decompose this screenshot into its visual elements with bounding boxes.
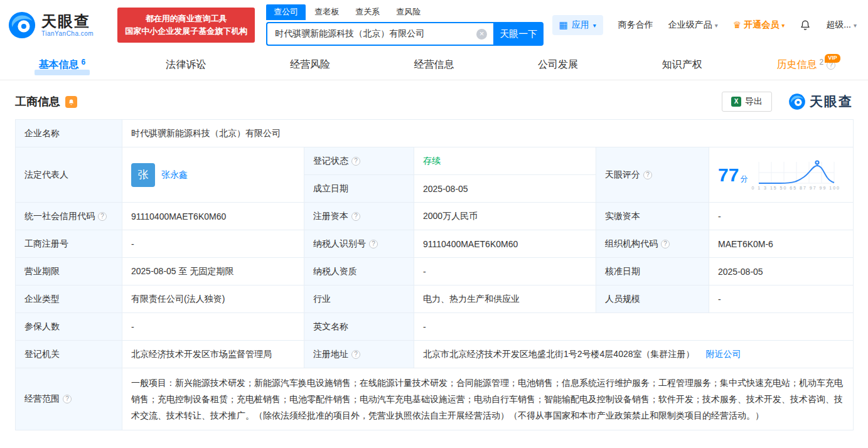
help-icon[interactable]: ? [351, 157, 360, 166]
logo-text-cn: 天眼查 [41, 13, 94, 29]
brand-name: 天眼查 [810, 93, 853, 110]
field-value-industry: 电力、热力生产和供应业 [414, 285, 596, 313]
field-label: 工商注册号 [16, 230, 122, 258]
help-icon[interactable]: ? [661, 240, 670, 248]
menu-open-vip[interactable]: ♛ 开通会员 ▾ [733, 19, 785, 31]
app-logo[interactable]: 天眼查 TianYanCha.com [8, 11, 94, 40]
field-value-taxpayer-id: 91110400MAET6K0M60 [414, 230, 596, 258]
help-icon[interactable]: ? [369, 240, 378, 248]
field-value-business-term: 2025-08-05 至 无固定期限 [122, 258, 304, 285]
field-label-text: 注册地址 [313, 349, 348, 359]
brand-watermark: 天眼查 [788, 93, 853, 110]
business-info-table: 企业名称 时代骐骥新能源科技（北京）有限公司 法定代表人 张 张永鑫 登记状态?… [15, 119, 854, 430]
field-label: 注册地址? [304, 341, 414, 368]
field-label: 纳税人识别号? [304, 230, 414, 258]
field-label: 天眼评分? [596, 147, 709, 203]
export-label: 导出 [745, 96, 763, 107]
export-button[interactable]: X 导出 [722, 92, 772, 112]
header: 天眼查 TianYanCha.com 都在用的商业查询工具 国家中小企业发展子基… [0, 0, 868, 50]
tab-intellectual-property[interactable]: 知识产权 [620, 50, 744, 80]
field-value-paid-in-capital: - [709, 203, 854, 230]
menu-business-cooperation[interactable]: 商务合作 [618, 19, 653, 31]
tab-label: 经营风险 [290, 58, 330, 72]
field-label: 英文名称 [304, 313, 414, 341]
field-label: 组织机构代码? [596, 230, 709, 258]
field-label: 核准日期 [596, 258, 709, 285]
field-label-text: 经营范围 [24, 393, 60, 403]
help-icon[interactable]: ? [351, 212, 360, 221]
apps-menu-label: 应用 [572, 19, 589, 31]
address-text: 北京市北京经济技术开发区地盛北街1号2号楼4层4028室（集群注册） [423, 349, 695, 359]
table-row: 工商注册号 - 纳税人识别号? 91110400MAET6K0M60 组织机构代… [16, 230, 854, 258]
notification-bell-icon[interactable] [800, 19, 811, 31]
help-icon[interactable]: ? [643, 171, 652, 179]
search-tab-relation[interactable]: 查关系 [348, 4, 387, 20]
field-label: 注册资本? [304, 203, 414, 230]
tab-label: 法律诉讼 [166, 58, 206, 72]
tianyancha-logo-icon [8, 11, 36, 40]
tab-label: 公司发展 [538, 58, 578, 72]
tab-history-info[interactable]: VIP 历史信息 2 ? [744, 50, 868, 80]
field-value-insured-count: - [122, 313, 304, 341]
tab-company-development[interactable]: 公司发展 [496, 50, 620, 80]
tab-legal-proceedings[interactable]: 法律诉讼 [124, 50, 249, 80]
search-input[interactable] [267, 29, 476, 39]
table-row: 参保人数 - 英文名称 - [16, 313, 854, 341]
search-button[interactable]: 天眼一下 [493, 22, 544, 46]
field-label: 经营范围? [16, 368, 122, 430]
logo-text-en: TianYanCha.com [41, 30, 94, 37]
help-icon[interactable]: ? [63, 395, 72, 403]
menu-enterprise-product[interactable]: 企业级产品 ▾ [668, 19, 718, 31]
super-vip-label: 超级... [826, 19, 851, 31]
field-label: 营业期限 [16, 258, 122, 285]
field-value-registration-authority: 北京经济技术开发区市场监督管理局 [122, 341, 304, 368]
field-label: 统一社会信用代码? [16, 203, 122, 230]
table-row: 统一社会信用代码? 91110400MAET6K0M60 注册资本? 2000万… [16, 203, 854, 230]
help-icon[interactable]: ? [351, 350, 360, 359]
search-tab-boss[interactable]: 查老板 [307, 4, 346, 20]
search-area: 查公司 查老板 查关系 查风险 × 天眼一下 [266, 4, 544, 46]
menu-super-vip[interactable]: 超级... ▾ [826, 19, 857, 31]
score-value: 77分 [718, 166, 747, 184]
help-icon[interactable]: ? [98, 212, 107, 221]
table-row: 经营范围? 一般项目：新兴能源技术研发；新能源汽车换电设施销售；在线能源计量技术… [16, 368, 854, 430]
table-row: 登记机关 北京经济技术开发区市场监督管理局 注册地址? 北京市北京经济技术开发区… [16, 341, 854, 368]
nearby-company-link[interactable]: 附近公司 [705, 349, 741, 359]
tab-operation-info[interactable]: 经营信息 [372, 50, 496, 80]
legal-rep-avatar[interactable]: 张 [131, 163, 155, 187]
monitor-bell-icon[interactable] [65, 96, 77, 108]
score-chart: 0 1 3 15 50 65 87 97 99 100 [751, 159, 840, 190]
tab-basic-info[interactable]: 基本信息 6 [0, 50, 124, 80]
tab-label: 经营信息 [414, 58, 454, 72]
field-label: 企业名称 [16, 120, 122, 147]
page-tabs: 基本信息 6 法律诉讼 经营风险 经营信息 公司发展 知识产权 VIP 历史信息… [0, 50, 868, 80]
search-box: × [266, 22, 493, 46]
chevron-down-icon: ▾ [593, 22, 596, 29]
tianyancha-logo-icon [788, 93, 806, 110]
field-label-text: 注册资本 [313, 211, 348, 221]
field-value-registered-capital: 2000万人民币 [414, 203, 596, 230]
field-label: 登记状态? [304, 147, 414, 175]
legal-rep-link[interactable]: 张永鑫 [161, 169, 188, 181]
promo-banner: 都在用的商业查询工具 国家中小企业发展子基金旗下机构 [117, 8, 255, 43]
apps-menu[interactable]: ▦ 应用 ▾ [552, 15, 603, 35]
tab-operation-risk[interactable]: 经营风险 [248, 50, 372, 80]
field-label: 企业类型 [16, 285, 122, 313]
chevron-down-icon: ▾ [715, 22, 718, 29]
search-tab-risk[interactable]: 查风险 [388, 4, 428, 20]
field-value-approval-date: 2025-08-05 [709, 258, 854, 285]
search-tab-company[interactable]: 查公司 [266, 4, 306, 20]
apps-grid-icon: ▦ [559, 19, 568, 31]
tab-count: 2 [819, 58, 823, 67]
field-label: 登记机关 [16, 341, 122, 368]
field-value-english-name: - [414, 313, 854, 341]
chevron-down-icon: ▾ [854, 22, 857, 29]
enterprise-product-label: 企业级产品 [668, 19, 712, 31]
clear-search-icon[interactable]: × [476, 29, 487, 40]
field-label-text: 天眼评分 [605, 169, 640, 179]
table-row: 法定代表人 张 张永鑫 登记状态? 存续 天眼评分? 77分 [16, 147, 854, 175]
page: 天眼查 TianYanCha.com 都在用的商业查询工具 国家中小企业发展子基… [0, 0, 868, 448]
field-label: 参保人数 [16, 313, 122, 341]
promo-line-2: 国家中小企业发展子基金旗下机构 [125, 25, 247, 38]
business-info-section-head: 工商信息 X 导出 天眼查 [15, 92, 853, 112]
